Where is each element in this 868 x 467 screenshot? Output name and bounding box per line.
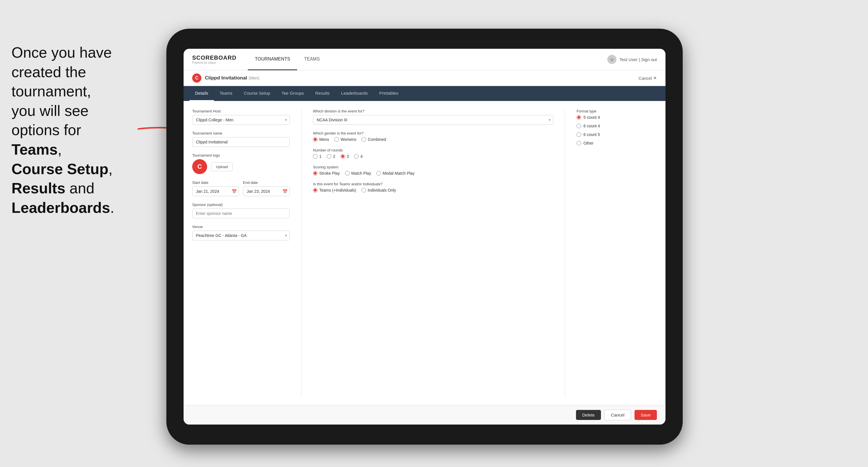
sponsor-input[interactable] xyxy=(192,209,290,218)
format-5count4[interactable]: 5 count 4 xyxy=(577,115,657,120)
format-6count5[interactable]: 6 count 5 xyxy=(577,132,657,137)
end-date-input[interactable] xyxy=(243,186,290,196)
start-date-wrapper xyxy=(192,186,239,196)
end-date-label: End date xyxy=(243,181,290,185)
division-select[interactable]: NCAA Division III xyxy=(313,115,553,125)
rounds-3-radio[interactable] xyxy=(340,154,345,159)
nav-teams[interactable]: TEAMS xyxy=(297,49,327,70)
tab-results[interactable]: Results xyxy=(310,86,335,101)
nav-tournaments[interactable]: TOURNAMENTS xyxy=(248,49,297,70)
logo-sub: Powered by clippd xyxy=(192,61,236,64)
form-col-left: Tournament Host Clippd College - Men Tou… xyxy=(192,109,290,397)
form-col-middle: Which division is the event for? NCAA Di… xyxy=(313,109,553,397)
tournament-host-group: Tournament Host Clippd College - Men xyxy=(192,109,290,125)
user-signout[interactable]: Test User | Sign out xyxy=(619,57,657,62)
teams-individuals-label: Is this event for Teams and/or Individua… xyxy=(313,182,553,186)
format-6count5-radio[interactable] xyxy=(577,132,581,137)
tab-leaderboards[interactable]: Leaderboards xyxy=(335,86,373,101)
rounds-radio-group: 1 2 3 4 xyxy=(313,154,553,159)
logo-upload-area: C Upload xyxy=(192,159,290,174)
format-6count4-radio[interactable] xyxy=(577,124,581,128)
division-select-wrapper: NCAA Division III xyxy=(313,115,553,125)
division-label: Which division is the event for? xyxy=(313,109,553,113)
scoring-group: Scoring system Stroke Play Match Play xyxy=(313,165,553,176)
gender-combined-radio[interactable] xyxy=(362,137,366,142)
scoring-radio-group: Stroke Play Match Play Medal Match Play xyxy=(313,171,553,176)
venue-select-wrapper: Peachtree GC - Atlanta - GA xyxy=(192,230,290,240)
tablet-frame: SCOREBOARD Powered by clippd TOURNAMENTS… xyxy=(166,29,683,445)
rounds-3[interactable]: 3 xyxy=(340,154,349,159)
teams-plus-individuals[interactable]: Teams (+Individuals) xyxy=(313,188,356,192)
individuals-only[interactable]: Individuals Only xyxy=(362,188,396,192)
upload-button[interactable]: Upload xyxy=(211,162,232,171)
avatar: U xyxy=(607,55,616,64)
format-other[interactable]: Other xyxy=(577,141,657,146)
top-nav: TOURNAMENTS TEAMS xyxy=(248,49,607,70)
rounds-1[interactable]: 1 xyxy=(313,154,321,159)
rounds-label: Number of rounds xyxy=(313,148,553,152)
start-date-group: Start date xyxy=(192,181,239,196)
tournament-name-label: Tournament name xyxy=(192,131,290,135)
format-6count4[interactable]: 6 count 4 xyxy=(577,124,657,128)
date-row: Start date End date xyxy=(192,181,290,196)
scoring-medal[interactable]: Medal Match Play xyxy=(376,171,414,176)
venue-select[interactable]: Peachtree GC - Atlanta - GA xyxy=(192,230,290,240)
gender-mens[interactable]: Mens xyxy=(313,137,329,142)
teams-plus-individuals-radio[interactable] xyxy=(313,188,317,192)
gender-group: Which gender is the event for? Mens Wome… xyxy=(313,131,553,142)
rounds-4[interactable]: 4 xyxy=(354,154,363,159)
tournament-name-input[interactable] xyxy=(192,137,290,147)
tab-course-setup[interactable]: Course Setup xyxy=(238,86,276,101)
individuals-only-radio[interactable] xyxy=(362,188,366,192)
tournament-host-select[interactable]: Clippd College - Men xyxy=(192,115,290,125)
header-right: U Test User | Sign out xyxy=(607,55,657,64)
tab-details[interactable]: Details xyxy=(189,86,214,101)
scoring-label: Scoring system xyxy=(313,165,553,169)
format-type-label: Format type xyxy=(577,109,657,113)
tournament-host-label: Tournament Host xyxy=(192,109,290,113)
tournament-host-select-wrapper: Clippd College - Men xyxy=(192,115,290,125)
main-content: Tournament Host Clippd College - Men Tou… xyxy=(184,101,665,405)
section-tabs: Details Teams Course Setup Tee Groups Re… xyxy=(184,86,665,101)
scoring-match-radio[interactable] xyxy=(345,171,350,176)
col-divider-2 xyxy=(565,109,565,397)
scoring-stroke[interactable]: Stroke Play xyxy=(313,171,340,176)
rounds-2[interactable]: 2 xyxy=(327,154,335,159)
tablet-screen: SCOREBOARD Powered by clippd TOURNAMENTS… xyxy=(184,49,665,425)
tab-teams[interactable]: Teams xyxy=(214,86,238,101)
app-header: SCOREBOARD Powered by clippd TOURNAMENTS… xyxy=(184,49,665,70)
tab-printables[interactable]: Printables xyxy=(373,86,404,101)
gender-womens[interactable]: Womens xyxy=(334,137,356,142)
scoring-match[interactable]: Match Play xyxy=(345,171,371,176)
delete-button[interactable]: Delete xyxy=(576,410,601,420)
scoring-medal-radio[interactable] xyxy=(376,171,381,176)
format-5count4-radio[interactable] xyxy=(577,115,581,120)
col-divider-1 xyxy=(301,109,302,397)
instructional-text: Once you havecreated thetournament,you w… xyxy=(0,37,161,223)
sponsor-group: Sponsor (optional) xyxy=(192,203,290,218)
save-button[interactable]: Save xyxy=(634,410,657,420)
cancel-button[interactable]: Cancel xyxy=(604,410,631,420)
gender-womens-radio[interactable] xyxy=(334,137,339,142)
footer-bar: Delete Cancel Save xyxy=(184,405,665,425)
end-date-group: End date xyxy=(243,181,290,196)
breadcrumb-bar: C Clippd Invitational (Men) Cancel ✕ xyxy=(184,70,665,86)
venue-label: Venue xyxy=(192,225,290,229)
start-date-input[interactable] xyxy=(192,186,239,196)
logo-preview: C xyxy=(192,159,207,174)
start-date-label: Start date xyxy=(192,181,239,185)
rounds-1-radio[interactable] xyxy=(313,154,317,159)
scoring-stroke-radio[interactable] xyxy=(313,171,317,176)
cancel-top-button[interactable]: Cancel ✕ xyxy=(639,75,657,81)
rounds-2-radio[interactable] xyxy=(327,154,331,159)
sponsor-label: Sponsor (optional) xyxy=(192,203,290,207)
rounds-4-radio[interactable] xyxy=(354,154,359,159)
gender-radio-group: Mens Womens Combined xyxy=(313,137,553,142)
format-other-radio[interactable] xyxy=(577,141,581,146)
tab-tee-groups[interactable]: Tee Groups xyxy=(276,86,310,101)
rounds-group: Number of rounds 1 2 3 xyxy=(313,148,553,159)
teams-radio-group: Teams (+Individuals) Individuals Only xyxy=(313,188,553,192)
gender-combined[interactable]: Combined xyxy=(362,137,386,142)
gender-mens-radio[interactable] xyxy=(313,137,317,142)
tournament-logo-group: Tournament logo C Upload xyxy=(192,153,290,174)
